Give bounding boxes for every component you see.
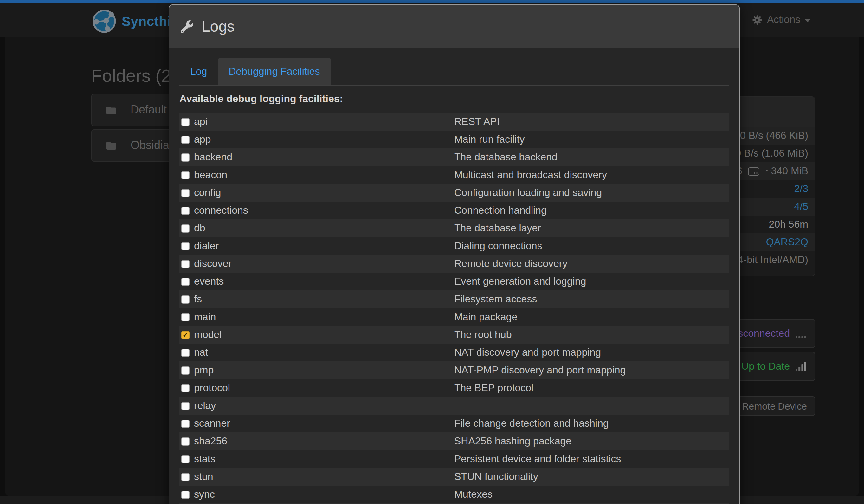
folder-icon <box>106 106 117 115</box>
facility-row: beaconMulticast and broadcast discovery <box>179 166 729 184</box>
facility-row: syncMutexes <box>179 485 729 503</box>
facility-checkbox[interactable] <box>181 313 190 321</box>
facility-row: dbThe database layer <box>179 219 729 237</box>
facility-row: fsFilesystem access <box>179 290 729 308</box>
logs-modal-body: Log Debugging Facilities Available debug… <box>169 58 739 504</box>
facility-row: dialerDialing connections <box>179 237 729 255</box>
facility-checkbox[interactable] <box>181 118 190 126</box>
wrench-icon <box>181 20 193 33</box>
facility-description: Main run facility <box>454 134 729 145</box>
facility-name: config <box>194 187 221 199</box>
facility-description: The BEP protocol <box>454 382 729 394</box>
modal-tabs: Log Debugging Facilities <box>179 58 729 86</box>
facilities-heading: Available debug logging facilities: <box>179 93 729 105</box>
hard-drive-icon <box>748 167 759 175</box>
facility-checkbox[interactable]: ✓ <box>181 331 190 339</box>
facility-checkbox[interactable] <box>181 490 190 499</box>
facility-row: eventsEvent generation and logging <box>179 273 729 290</box>
facility-row: statsPersistent device and folder statis… <box>179 450 729 468</box>
facility-checkbox[interactable] <box>181 171 190 179</box>
facility-checkbox[interactable] <box>181 189 190 197</box>
facility-description: Configuration loading and saving <box>454 187 729 199</box>
facility-row: apiREST API <box>179 113 729 131</box>
tab-debugging-facilities[interactable]: Debugging Facilities <box>218 58 331 85</box>
facility-name: scanner <box>194 418 230 429</box>
facility-name: relay <box>194 400 216 411</box>
top-accent-bar <box>0 0 864 2</box>
chevron-down-icon <box>805 19 811 22</box>
facility-row: ✓modelThe root hub <box>179 326 729 344</box>
facility-row: configConfiguration loading and saving <box>179 184 729 202</box>
facility-checkbox[interactable] <box>181 206 190 215</box>
facility-name: fs <box>194 293 202 305</box>
facility-row: appMain run facility <box>179 131 729 148</box>
facility-row: scannerFile change detection and hashing <box>179 415 729 432</box>
facility-name: main <box>194 311 216 323</box>
facility-row: connectionsConnection handling <box>179 202 729 219</box>
facility-description: Mutexes <box>454 489 729 500</box>
actions-menu-button[interactable]: Actions <box>752 14 811 25</box>
facility-row: backendThe database backend <box>179 148 729 166</box>
facility-row: relay <box>179 397 729 415</box>
stat-value: 0 B/s (1.06 MiB) <box>736 148 808 159</box>
facility-name: dialer <box>194 240 219 252</box>
facility-checkbox[interactable] <box>181 384 190 392</box>
facility-checkbox[interactable] <box>181 455 190 463</box>
logs-modal-header: Logs <box>169 5 739 48</box>
folders-section-heading: Folders (2 <box>91 66 171 86</box>
facility-checkbox[interactable] <box>181 224 190 232</box>
facility-name: discover <box>194 258 232 269</box>
facility-name: sha256 <box>194 435 227 447</box>
stat-value: 20h 56m <box>769 219 808 230</box>
stat-value: (64-bit Intel/AMD) <box>729 254 808 266</box>
facility-description: Remote device discovery <box>454 258 729 269</box>
facility-description: Multicast and broadcast discovery <box>454 169 729 181</box>
facility-checkbox[interactable] <box>181 472 190 481</box>
facility-checkbox[interactable] <box>181 277 190 286</box>
facility-name: stats <box>194 453 216 465</box>
facility-checkbox[interactable] <box>181 242 190 250</box>
facility-checkbox[interactable] <box>181 348 190 357</box>
facility-checkbox[interactable] <box>181 260 190 268</box>
tab-log[interactable]: Log <box>179 58 218 85</box>
signal-none-icon <box>795 329 806 338</box>
stat-value-link[interactable]: 4/5 <box>794 201 808 212</box>
actions-label: Actions <box>767 14 800 25</box>
facility-name: db <box>194 223 205 234</box>
facility-checkbox[interactable] <box>181 437 190 445</box>
facility-name: nat <box>194 347 208 358</box>
facility-row: pmpNAT-PMP discovery and port mapping <box>179 361 729 379</box>
facility-name: events <box>194 276 224 287</box>
folder-name: Default <box>131 103 167 117</box>
logs-modal: Logs Log Debugging Facilities Available … <box>169 4 740 504</box>
facility-checkbox[interactable] <box>181 295 190 303</box>
device-status-up-to-date: Up to Date <box>741 361 790 372</box>
facilities-table: apiREST APIappMain run facilitybackendTh… <box>179 113 729 504</box>
facility-name: api <box>194 116 208 128</box>
facility-checkbox[interactable] <box>181 153 190 161</box>
facility-name: app <box>194 134 211 145</box>
folder-icon <box>106 141 117 150</box>
facility-row: mainMain package <box>179 308 729 326</box>
facility-checkbox[interactable] <box>181 419 190 428</box>
facility-name: pmp <box>194 364 214 376</box>
facility-description: REST API <box>454 116 729 128</box>
facility-description: STUN functionality <box>454 471 729 482</box>
gear-icon <box>752 14 763 25</box>
facility-name: backend <box>194 152 232 163</box>
syncthing-logo-icon <box>93 10 116 33</box>
facility-checkbox[interactable] <box>181 401 190 410</box>
facility-row: discoverRemote device discovery <box>179 255 729 273</box>
facility-row: stunSTUN functionality <box>179 468 729 485</box>
stat-value-link[interactable]: 2/3 <box>794 183 808 195</box>
facility-row: sha256SHA256 hashing package <box>179 432 729 450</box>
facility-name: model <box>194 329 221 340</box>
modal-title: Logs <box>202 17 235 35</box>
stat-value: ~340 MiB <box>765 166 808 177</box>
facility-checkbox[interactable] <box>181 366 190 374</box>
stat-value-link[interactable]: QARS2Q <box>766 237 808 248</box>
facility-checkbox[interactable] <box>181 135 190 144</box>
facility-description: Event generation and logging <box>454 276 729 287</box>
facility-description: The database layer <box>454 223 729 234</box>
facility-description: Persistent device and folder statistics <box>454 453 729 465</box>
